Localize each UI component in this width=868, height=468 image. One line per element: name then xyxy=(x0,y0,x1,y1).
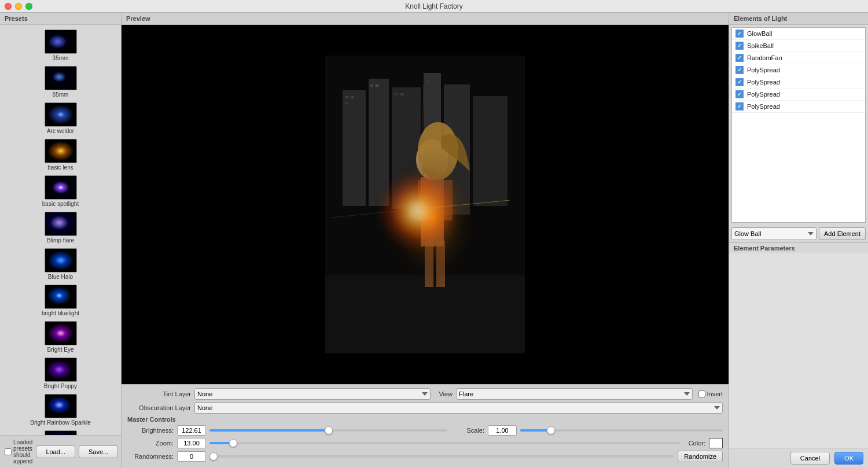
preset-item[interactable]: Bright Rainbow Sparkle xyxy=(0,392,121,428)
svg-rect-2 xyxy=(45,103,76,126)
scale-thumb[interactable] xyxy=(547,426,555,434)
preset-label: basic spotlight xyxy=(42,201,79,207)
add-element-row: Glow Ball Spike Ball Random Fan Poly Spr… xyxy=(729,225,868,242)
element-checkbox-polyspread2[interactable] xyxy=(735,78,744,86)
element-name-polyspread2: PolySpread xyxy=(747,79,780,86)
title-bar: Knoll Light Factory xyxy=(0,0,868,13)
zoom-thumb[interactable] xyxy=(229,439,237,447)
svg-rect-3 xyxy=(45,139,76,163)
randomness-slider[interactable] xyxy=(209,455,674,458)
minimize-button[interactable] xyxy=(15,3,22,10)
append-label[interactable]: Loaded presets should append xyxy=(5,439,32,465)
svg-rect-11 xyxy=(45,431,76,435)
preview-canvas xyxy=(122,25,729,384)
svg-rect-10 xyxy=(45,395,76,418)
preset-thumb-brighteye xyxy=(45,321,77,345)
obscuration-select[interactable]: None xyxy=(194,402,723,414)
element-item-glowball[interactable]: GlowBall xyxy=(732,28,865,40)
element-checkbox-polyspread1[interactable] xyxy=(735,66,744,74)
ok-button[interactable]: OK xyxy=(834,452,863,465)
element-name-randomfan: RandomFan xyxy=(747,54,782,61)
preset-item[interactable]: Bright Eye xyxy=(0,319,121,355)
svg-rect-22 xyxy=(370,84,373,87)
randomness-input[interactable] xyxy=(177,451,206,462)
preset-thumb-basicspot xyxy=(45,175,77,200)
save-button[interactable]: Save... xyxy=(79,445,118,458)
scale-label: Scale: xyxy=(455,427,484,434)
element-checkbox-spikeball[interactable] xyxy=(735,42,744,50)
preset-item[interactable]: Bright Sky xyxy=(0,428,121,435)
element-item-spikeball[interactable]: SpikeBall xyxy=(732,40,865,52)
preset-item[interactable]: bright bluelight xyxy=(0,282,121,319)
maximize-button[interactable] xyxy=(25,3,32,10)
preset-thumb-bluehalo xyxy=(45,248,77,272)
close-button[interactable] xyxy=(5,3,12,10)
preview-panel: Preview xyxy=(122,13,729,468)
brightness-slider[interactable] xyxy=(209,429,447,432)
color-label: Color: xyxy=(689,440,705,447)
element-checkbox-polyspread4[interactable] xyxy=(735,102,744,110)
scale-input[interactable] xyxy=(488,425,517,436)
element-checkbox-randomfan[interactable] xyxy=(735,54,744,62)
append-checkbox[interactable] xyxy=(5,448,12,455)
preset-item[interactable]: basic spotlight xyxy=(0,173,121,209)
preset-item[interactable]: basic lens xyxy=(0,137,121,173)
elements-header: Elements of Light xyxy=(729,13,868,25)
preset-label: Bright Eye xyxy=(47,347,73,353)
preset-item[interactable]: 35mm xyxy=(0,27,121,64)
zoom-slider[interactable] xyxy=(209,442,681,444)
preset-label: 35mm xyxy=(53,55,69,61)
element-checkbox-glowball[interactable] xyxy=(735,30,744,38)
randomness-thumb[interactable] xyxy=(209,452,218,460)
preset-item[interactable]: Arc welder xyxy=(0,100,121,137)
preset-item[interactable]: Bright Poppy xyxy=(0,355,121,392)
presets-list[interactable]: 35mm 85mm Arc welder basic lens xyxy=(0,25,121,435)
element-item-randomfan[interactable]: RandomFan xyxy=(732,52,865,64)
svg-rect-24 xyxy=(395,93,398,95)
obscuration-label: Obscuration Layer xyxy=(127,404,191,411)
add-element-button[interactable]: Add Element xyxy=(819,227,866,240)
cancel-button[interactable]: Cancel xyxy=(790,452,830,465)
preset-item[interactable]: Blimp flare xyxy=(0,209,121,246)
brightness-thumb[interactable] xyxy=(325,426,333,434)
svg-rect-27 xyxy=(325,275,525,353)
load-button[interactable]: Load... xyxy=(36,445,75,458)
svg-rect-8 xyxy=(45,322,76,345)
svg-point-39 xyxy=(386,148,479,287)
presets-panel: Presets 35mm 85mm Arc welder xyxy=(0,13,122,468)
svg-rect-5 xyxy=(45,212,76,235)
svg-rect-7 xyxy=(45,285,76,308)
preset-label: Blue Halo xyxy=(48,274,73,280)
svg-rect-6 xyxy=(45,249,76,272)
randomize-button[interactable]: Randomize xyxy=(678,451,723,462)
element-type-select[interactable]: Glow Ball Spike Ball Random Fan Poly Spr… xyxy=(731,227,816,240)
element-name-spikeball: SpikeBall xyxy=(747,42,774,49)
main-content: Presets 35mm 85mm Arc welder xyxy=(0,13,868,468)
preset-thumb-blimp xyxy=(45,212,77,236)
brightness-input[interactable] xyxy=(177,425,206,436)
brightness-label: Brightness: xyxy=(127,427,174,434)
svg-rect-1 xyxy=(45,67,76,90)
element-checkbox-polyspread3[interactable] xyxy=(735,90,744,98)
color-picker[interactable] xyxy=(709,438,723,448)
element-name-glowball: GlowBall xyxy=(747,30,772,37)
preset-item[interactable]: Blue Halo xyxy=(0,246,121,282)
element-item-polyspread1[interactable]: PolySpread xyxy=(732,64,865,76)
preset-label: 85mm xyxy=(53,91,69,98)
window-controls[interactable] xyxy=(5,3,32,10)
invert-checkbox[interactable] xyxy=(698,390,705,397)
view-select[interactable]: Flare xyxy=(456,388,692,400)
tint-layer-select[interactable]: None xyxy=(194,388,431,400)
preset-thumb-brightblue xyxy=(45,285,77,309)
element-item-polyspread3[interactable]: PolySpread xyxy=(732,89,865,101)
element-item-polyspread4[interactable]: PolySpread xyxy=(732,101,865,113)
element-name-polyspread1: PolySpread xyxy=(747,67,780,73)
controls-area: Tint Layer None View Flare Invert Obscur… xyxy=(122,384,729,468)
svg-rect-26 xyxy=(426,80,429,82)
tint-layer-label: Tint Layer xyxy=(127,390,191,397)
preset-item[interactable]: 85mm xyxy=(0,64,121,100)
element-item-polyspread2[interactable]: PolySpread xyxy=(732,76,865,89)
zoom-input[interactable] xyxy=(177,438,206,448)
invert-label[interactable]: Invert xyxy=(698,390,723,397)
scale-slider[interactable] xyxy=(520,429,723,432)
